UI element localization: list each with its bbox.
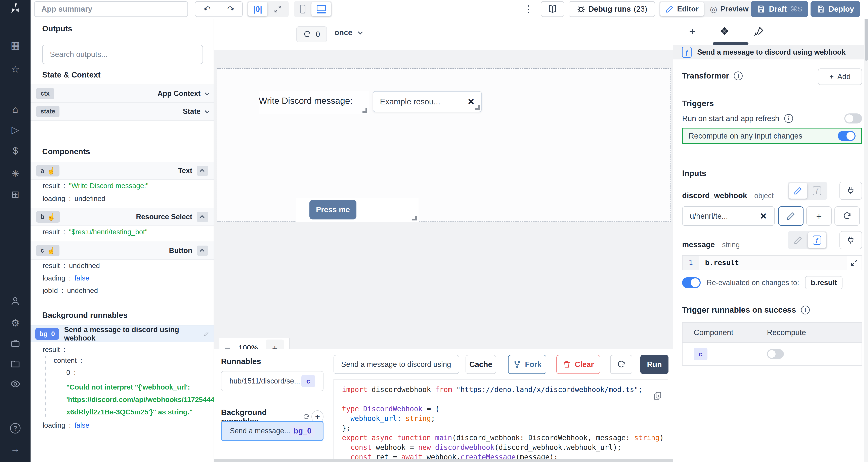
align-guides-button[interactable]: |0|: [248, 2, 268, 16]
state-row[interactable]: state State: [31, 103, 214, 121]
mobile-view-button[interactable]: [295, 2, 311, 16]
redo-button[interactable]: ↷: [219, 2, 242, 16]
connect-input-button[interactable]: [839, 231, 862, 249]
component-a-header[interactable]: a☝ Text: [31, 162, 214, 180]
plug-icon: [846, 186, 855, 195]
create-resource-button[interactable]: +: [806, 206, 832, 226]
expr-mode-button[interactable]: f: [808, 183, 826, 199]
inspector-header-title: Send a message to discord using webhook: [697, 48, 845, 57]
tab-preview[interactable]: ◎ Preview: [705, 2, 754, 16]
apps-icon[interactable]: ▦: [0, 39, 31, 51]
static-mode-button[interactable]: [789, 183, 807, 199]
run-on-start-toggle[interactable]: [844, 113, 862, 124]
run-mode-select[interactable]: once: [335, 28, 362, 37]
refresh-count-button[interactable]: 0: [297, 26, 327, 42]
search-outputs-input[interactable]: [42, 45, 203, 64]
chevron-down-icon[interactable]: [205, 108, 210, 113]
bg-runnable-item-selected[interactable]: Send a message... bg_0: [221, 421, 323, 441]
state-chip: state: [36, 106, 60, 117]
app-canvas[interactable]: Write Discord message: Example resou... …: [217, 68, 671, 222]
bg0-row[interactable]: bg_0 Send a message to discord using web…: [31, 326, 214, 342]
cache-button[interactable]: Cache: [466, 355, 496, 374]
user-icon[interactable]: [0, 296, 31, 306]
resize-handle[interactable]: [363, 108, 367, 113]
text-component[interactable]: Write Discord message:: [259, 91, 369, 114]
collapse-sidebar-icon[interactable]: →: [0, 443, 31, 455]
audit-eye-icon[interactable]: [0, 379, 31, 389]
reload-button[interactable]: [610, 355, 632, 374]
connect-input-button[interactable]: [839, 182, 862, 200]
info-icon[interactable]: i: [801, 306, 810, 315]
variables-icon[interactable]: $: [0, 145, 31, 157]
ctx-label: App Context: [157, 89, 200, 98]
ctx-row[interactable]: ctx App Context: [31, 85, 214, 103]
resources-icon[interactable]: ✳: [0, 168, 31, 179]
copy-icon[interactable]: [653, 391, 662, 400]
trigger-success-title: Trigger runnables on success: [682, 305, 796, 315]
reeval-target-chip[interactable]: b.result: [805, 276, 842, 289]
favorites-icon[interactable]: ☆: [0, 63, 31, 75]
schedules-icon[interactable]: ⊞: [0, 189, 31, 200]
collapse-button[interactable]: [197, 166, 208, 176]
component-b-header[interactable]: b☝ Resource Select: [31, 208, 214, 226]
recompute-toggle[interactable]: [838, 131, 856, 141]
expr-mode-button[interactable]: f: [808, 232, 826, 248]
insert-tab-plus-icon[interactable]: +: [689, 25, 695, 37]
active-tab-indicator: [713, 42, 748, 45]
expand-editor-button[interactable]: [847, 256, 862, 270]
runnable-item[interactable]: hub/1511/discord/se... c: [221, 371, 323, 391]
workspace-icon[interactable]: [0, 338, 31, 348]
help-icon[interactable]: ?: [0, 422, 31, 433]
run-button[interactable]: Run: [640, 355, 669, 374]
component-c-header[interactable]: c☝ Button: [31, 241, 214, 260]
debug-runs-button[interactable]: Debug runs (23): [569, 1, 655, 17]
collapse-button[interactable]: [197, 245, 208, 256]
refresh-icon: [303, 413, 309, 421]
resource-value-input[interactable]: u/henri/te... ✕: [682, 206, 775, 226]
tab-editor[interactable]: Editor: [660, 2, 704, 16]
clear-selection-icon[interactable]: ✕: [468, 97, 474, 107]
resize-handle[interactable]: [412, 216, 417, 221]
desktop-view-button[interactable]: [311, 2, 331, 16]
fullscreen-button[interactable]: [268, 2, 287, 16]
undo-button[interactable]: ↶: [195, 2, 219, 16]
table-row: c: [683, 343, 862, 365]
add-transformer-button[interactable]: +Add: [818, 68, 862, 85]
more-menu-button[interactable]: ⋮: [524, 3, 533, 14]
clear-resource-icon[interactable]: ✕: [760, 211, 767, 221]
static-mode-button[interactable]: [789, 232, 807, 248]
message-expression-editor[interactable]: 1 b.result: [682, 255, 862, 270]
clear-button[interactable]: Clear: [556, 355, 600, 374]
settings-icon[interactable]: ⚙: [0, 317, 31, 329]
horizontal-scrollbar[interactable]: [214, 459, 673, 462]
settings-tab-components-icon[interactable]: ❖: [719, 25, 730, 38]
info-icon[interactable]: i: [734, 71, 743, 80]
info-icon[interactable]: i: [784, 114, 793, 123]
pencil-icon: [786, 211, 795, 221]
reeval-toggle[interactable]: [682, 277, 701, 288]
chevron-down-icon[interactable]: [205, 91, 210, 95]
press-me-button[interactable]: Press me: [309, 200, 356, 220]
edit-resource-button[interactable]: [778, 206, 804, 226]
deploy-button[interactable]: Deploy: [810, 1, 860, 17]
vertical-scrollbar[interactable]: [864, 19, 868, 462]
code-editor[interactable]: import discordwebhook from "https://deno…: [334, 379, 668, 462]
function-icon: f: [813, 186, 821, 195]
refresh-resource-button[interactable]: [834, 206, 860, 226]
runs-icon[interactable]: ▷: [0, 124, 31, 136]
home-icon[interactable]: ⌂: [0, 104, 31, 115]
fork-button[interactable]: Fork: [508, 355, 546, 374]
row-recompute-toggle[interactable]: [767, 349, 784, 359]
resource-select-component[interactable]: Example resou... ✕: [373, 91, 482, 112]
collapse-button[interactable]: [197, 212, 208, 222]
app-summary-input[interactable]: [34, 1, 188, 17]
styling-tab-brush-icon[interactable]: [754, 26, 764, 37]
draft-button[interactable]: Draft ⌘S: [751, 1, 808, 17]
docs-button[interactable]: [541, 1, 564, 17]
folders-icon[interactable]: [0, 359, 31, 369]
runnable-name-input[interactable]: [334, 355, 459, 374]
components-title: Components: [42, 147, 90, 156]
pencil-icon[interactable]: [204, 331, 209, 337]
canvas-zone: Write Discord message: Example resou... …: [214, 50, 673, 349]
resize-handle[interactable]: [475, 105, 480, 110]
